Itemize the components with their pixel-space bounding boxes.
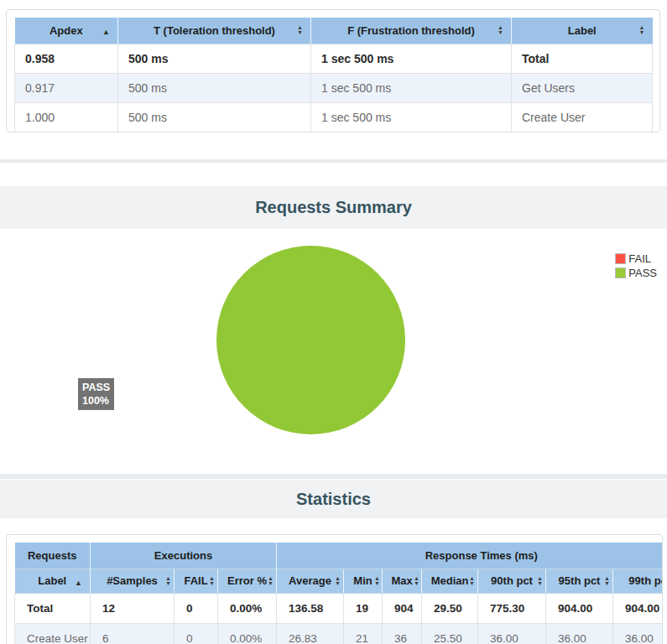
fail-swatch-icon — [615, 253, 626, 264]
apdex-panel: Apdex T (Toleration threshold) F (Frustr… — [6, 9, 660, 132]
sort-both-icon — [604, 576, 610, 586]
label-column-label: Label — [568, 24, 597, 37]
label-cell: Create User — [15, 623, 91, 644]
stats-column-header-min[interactable]: Min — [344, 569, 383, 593]
label-value: Get Users — [512, 73, 653, 102]
requests-summary-chart: PASS 100% FAIL PASS — [0, 229, 667, 474]
stats-row-total: Total 12 0 0.00% 136.58 19 904 29.50 775… — [15, 593, 664, 623]
apdex-column-header-label[interactable]: Label — [512, 18, 653, 44]
median-cell: 29.50 — [422, 593, 478, 623]
average-cell: 26.83 — [277, 623, 344, 644]
pass-swatch-icon — [615, 267, 626, 278]
toleration-value: 500 ms — [118, 73, 311, 102]
sort-ascending-icon — [75, 574, 82, 587]
stats-column-header-median[interactable]: Median — [422, 569, 478, 593]
stats-column-header-95th[interactable]: 95th pct — [546, 569, 613, 593]
apdex-value: 0.958 — [15, 44, 118, 73]
sort-both-icon — [469, 576, 475, 586]
average-cell: 136.58 — [277, 593, 344, 623]
section-divider — [0, 159, 667, 163]
pct95-cell: 904.00 — [546, 593, 613, 623]
column-label: 95th pct — [559, 574, 601, 587]
apdex-row-create-user: 1.000 500 ms 1 sec 500 ms Create User — [15, 102, 653, 132]
column-label: 90th pct — [491, 574, 533, 587]
pie-label-series: PASS — [82, 381, 110, 394]
stats-group-header-row: Requests Executions Response Times (ms) — [15, 543, 664, 569]
column-label: Average — [289, 574, 331, 587]
legend-label: FAIL — [628, 252, 651, 265]
sort-both-icon — [537, 576, 543, 586]
sort-both-icon — [414, 576, 419, 586]
column-label: FAIL — [184, 574, 207, 587]
sort-both-icon — [374, 576, 380, 586]
apdex-column-label: Apdex — [50, 24, 83, 37]
pct90-cell: 775.30 — [478, 593, 546, 623]
column-label: Error % — [227, 574, 267, 587]
column-label: Median — [431, 574, 469, 587]
sort-ascending-icon — [102, 24, 110, 37]
pct99-cell: 36.00 — [613, 623, 663, 644]
min-cell: 21 — [344, 623, 383, 644]
toleration-value: 500 ms — [118, 102, 311, 132]
stats-column-header-max[interactable]: Max — [383, 569, 422, 593]
stats-column-header-fail[interactable]: FAIL — [175, 569, 218, 593]
sort-both-icon — [639, 25, 645, 35]
pct95-cell: 36.00 — [546, 623, 613, 644]
stats-column-header-samples[interactable]: #Samples — [91, 569, 175, 593]
pie-data-label: PASS 100% — [78, 378, 114, 410]
sort-both-icon — [268, 576, 274, 586]
sort-both-icon — [335, 576, 341, 586]
column-label: #Samples — [107, 574, 158, 587]
frustration-column-label: F (Frustration threshold) — [347, 24, 475, 37]
apdex-header-row: Apdex T (Toleration threshold) F (Frustr… — [15, 18, 653, 44]
label-cell: Total — [15, 593, 91, 623]
legend-item-fail[interactable]: FAIL — [615, 252, 657, 266]
sort-both-icon — [297, 25, 303, 35]
section-divider — [0, 474, 667, 479]
sort-both-icon — [498, 25, 503, 35]
stats-column-header-99th[interactable]: 99th pct — [613, 569, 663, 593]
legend-label: PASS — [628, 267, 657, 279]
sort-both-icon — [209, 576, 215, 586]
group-header-requests: Requests — [15, 543, 91, 569]
frustration-value: 1 sec 500 ms — [311, 102, 512, 132]
label-value: Total — [512, 44, 653, 73]
samples-cell: 6 — [91, 623, 175, 644]
max-cell: 36 — [383, 623, 422, 644]
apdex-column-header-toleration[interactable]: T (Toleration threshold) — [118, 18, 311, 44]
pct90-cell: 36.00 — [478, 623, 546, 644]
group-header-executions: Executions — [91, 543, 277, 569]
stats-column-header-row: Label #Samples FAIL Error % Average — [15, 569, 664, 593]
legend-item-pass[interactable]: PASS — [615, 266, 657, 280]
frustration-value: 1 sec 500 ms — [311, 73, 512, 102]
apdex-column-header-frustration[interactable]: F (Frustration threshold) — [311, 18, 512, 44]
median-cell: 25.50 — [422, 623, 478, 644]
stats-column-header-average[interactable]: Average — [277, 569, 344, 593]
requests-summary-title: Requests Summary — [0, 186, 667, 229]
stats-column-header-error[interactable]: Error % — [218, 569, 277, 593]
apdex-value: 0.917 — [15, 73, 118, 102]
apdex-column-header-apdex[interactable]: Apdex — [15, 18, 118, 44]
pass-pie-slice[interactable] — [216, 246, 405, 434]
frustration-value: 1 sec 500 ms — [311, 44, 512, 73]
toleration-value: 500 ms — [118, 44, 311, 73]
apdex-table: Apdex T (Toleration threshold) F (Frustr… — [14, 18, 653, 132]
apdex-row-total: 0.958 500 ms 1 sec 500 ms Total — [15, 44, 653, 73]
samples-cell: 12 — [91, 593, 175, 623]
error-cell: 0.00% — [218, 623, 277, 644]
stats-column-header-90th[interactable]: 90th pct — [478, 569, 546, 593]
statistics-panel: Requests Executions Response Times (ms) … — [6, 534, 663, 644]
pie-label-percent: 100% — [82, 394, 110, 408]
fail-cell: 0 — [175, 623, 218, 644]
column-label: 99th pct — [628, 574, 663, 587]
max-cell: 904 — [383, 593, 422, 623]
min-cell: 19 — [344, 593, 383, 623]
stats-row-create-user: Create User 6 0 0.00% 26.83 21 36 25.50 … — [15, 623, 664, 644]
pct99-cell: 904.00 — [613, 593, 663, 623]
sort-both-icon — [165, 576, 171, 586]
stats-column-header-label[interactable]: Label — [15, 569, 91, 593]
column-label: Label — [38, 574, 66, 587]
statistics-table: Requests Executions Response Times (ms) … — [14, 543, 663, 644]
statistics-title: Statistics — [0, 480, 667, 518]
column-label: Max — [391, 574, 412, 587]
